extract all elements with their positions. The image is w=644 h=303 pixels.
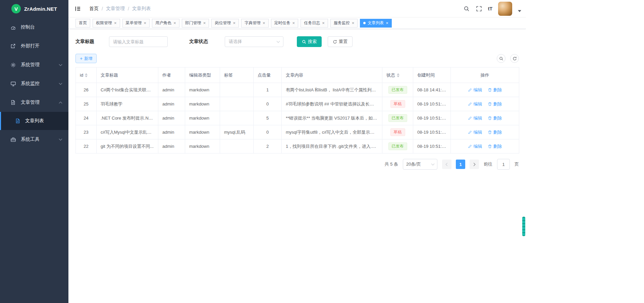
edit-button[interactable]: 编辑 (468, 101, 482, 107)
edit-button[interactable]: 编辑 (468, 87, 482, 93)
search-button[interactable]: 搜索 (297, 36, 322, 47)
scrollbar-thumb[interactable] (522, 217, 525, 236)
sidebar-item-article-admin[interactable]: 文章管理 (0, 93, 68, 112)
document-icon (15, 118, 21, 124)
refresh-button[interactable] (510, 54, 519, 63)
next-page-button[interactable] (470, 160, 479, 169)
toolbox-icon (10, 136, 16, 142)
cell-status: 已发布 (382, 83, 413, 97)
close-icon[interactable]: × (203, 21, 206, 25)
cell-editor: markdown (185, 83, 220, 97)
close-icon[interactable]: × (263, 21, 265, 25)
sidebar-item-dashboard[interactable]: 控制台 (0, 18, 68, 37)
chevron-down-icon (59, 137, 62, 141)
article-title-label: 文章标题 (75, 39, 94, 45)
cell-id: 23 (76, 125, 97, 139)
cell-id: 24 (76, 111, 97, 125)
breadcrumb-item-home[interactable]: 首页 (89, 6, 99, 12)
search-form: 文章标题 文章状态 请选择 搜索 重置 (75, 36, 519, 47)
close-icon[interactable]: × (386, 21, 388, 25)
cell-editor: markdown (185, 139, 220, 154)
chevron-down-icon (59, 82, 62, 85)
tab-menu-admin[interactable]: 菜单管理 × (122, 19, 150, 28)
add-button[interactable]: + 新增 (75, 54, 97, 63)
tab-department-admin[interactable]: 部门管理 × (182, 19, 209, 28)
breadcrumb-item-article-admin[interactable]: 文章管理 (106, 6, 125, 12)
page-size-select[interactable]: 20条/页 (403, 159, 437, 170)
sidebar-item-external-open[interactable]: 外部打开 (0, 37, 68, 55)
toggle-search-button[interactable] (497, 54, 505, 63)
cell-status: 已发布 (382, 139, 413, 154)
goto-page-input[interactable] (497, 159, 510, 170)
chevron-up-icon (59, 101, 62, 105)
app-logo[interactable]: V ZrAdmin.NET (0, 0, 68, 17)
close-icon[interactable]: × (114, 21, 117, 25)
user-avatar[interactable] (498, 2, 512, 16)
tags-view-bar: 首页 权限管理 × 菜单管理 × 用户角色 × 部门管理 × 岗位管理 × (68, 17, 526, 29)
status-badge: 已发布 (388, 86, 407, 94)
status-badge: 草稿 (390, 100, 405, 108)
sort-icons[interactable] (397, 73, 399, 77)
breadcrumb-item-article-list: 文章列表 (132, 6, 151, 12)
close-icon[interactable]: × (352, 21, 355, 25)
chevron-down-icon (431, 162, 435, 165)
delete-button[interactable]: 删除 (488, 129, 502, 135)
edit-button[interactable]: 编辑 (468, 129, 482, 135)
tab-task-log[interactable]: 任务日志 × (301, 19, 328, 28)
close-icon[interactable]: × (322, 21, 325, 25)
cell-id: 25 (76, 97, 97, 111)
cell-clicks: 1 (254, 83, 282, 97)
article-title-input[interactable] (109, 36, 168, 47)
page-number-button[interactable]: 1 (456, 160, 465, 169)
page-suffix-label: 页 (515, 161, 519, 167)
tab-post-admin[interactable]: 岗位管理 × (211, 19, 239, 28)
cell-created: 08-18 14:41:36 (413, 83, 451, 97)
delete-button[interactable]: 删除 (488, 115, 502, 121)
delete-button[interactable]: 删除 (488, 143, 502, 149)
sidebar-item-label: 外部打开 (21, 43, 62, 49)
column-header-content: 文章内容 (282, 68, 382, 83)
reset-button[interactable]: 重置 (328, 36, 353, 47)
table-row: 24 .NET Core 发布时提示.NET... admin markdown… (76, 111, 519, 125)
goto-label: 前往 (484, 161, 492, 167)
cell-title: c#写入Mysql中文显示乱码 ... (97, 125, 158, 139)
tab-service-monitor[interactable]: 服务监控 × (330, 19, 358, 28)
sidebar-item-system-monitor[interactable]: 系统监控 (0, 74, 68, 93)
cell-id: 22 (76, 139, 97, 154)
close-icon[interactable]: × (233, 21, 235, 25)
tab-label: 部门管理 (185, 20, 201, 26)
prev-page-button[interactable] (442, 160, 451, 169)
close-icon[interactable]: × (292, 21, 295, 25)
font-size-icon[interactable]: tT (488, 6, 492, 11)
tab-home[interactable]: 首页 (75, 19, 90, 28)
sidebar-item-system-tools[interactable]: 系统工具 (0, 130, 68, 149)
column-header-id[interactable]: id (76, 68, 97, 83)
close-icon[interactable]: × (173, 21, 176, 25)
cell-status: 已发布 (382, 111, 413, 125)
edit-button[interactable]: 编辑 (468, 143, 482, 149)
delete-button[interactable]: 删除 (488, 87, 502, 93)
tab-scheduled-task[interactable]: 定时任务 × (271, 19, 299, 28)
cell-status: 草稿 (382, 97, 413, 111)
cell-editor: markdown (185, 111, 220, 125)
tab-dict-admin[interactable]: 字典管理 × (241, 19, 269, 28)
sidebar-item-article-list[interactable]: 文章列表 (0, 112, 68, 130)
delete-label: 删除 (493, 115, 502, 121)
search-icon[interactable] (463, 5, 470, 12)
tab-user-role[interactable]: 用户角色 × (152, 19, 179, 28)
article-status-select[interactable]: 请选择 (225, 36, 283, 47)
edit-button[interactable]: 编辑 (468, 115, 482, 121)
close-icon[interactable]: × (144, 21, 147, 25)
cell-editor: markdown (185, 97, 220, 111)
sidebar-item-system-admin[interactable]: 系统管理 (0, 55, 68, 74)
plus-icon: + (80, 56, 83, 61)
tab-permission-admin[interactable]: 权限管理 × (93, 19, 120, 28)
chevron-down-icon[interactable] (518, 10, 521, 12)
sort-icons[interactable] (85, 73, 88, 77)
fullscreen-icon[interactable] (476, 5, 482, 12)
search-button-label: 搜索 (308, 39, 317, 45)
tab-article-list[interactable]: 文章列表 × (360, 19, 392, 28)
sidebar-fold-icon[interactable] (74, 5, 82, 12)
delete-button[interactable]: 删除 (488, 101, 502, 107)
column-header-status[interactable]: 状态 (382, 68, 413, 83)
